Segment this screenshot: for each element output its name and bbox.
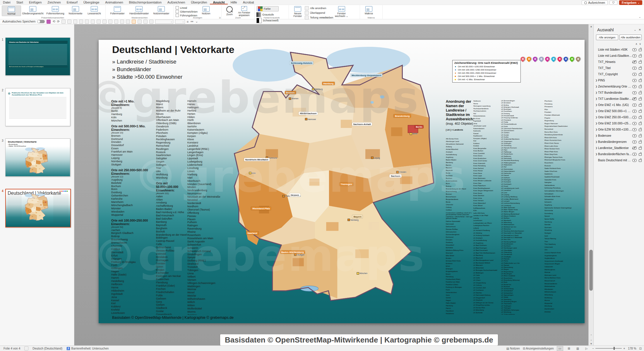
unlock-icon[interactable] — [639, 73, 642, 76]
color-button[interactable]: Farbe — [256, 6, 279, 11]
notes-toggle-icon[interactable]: ▤ Notizen — [506, 347, 520, 350]
layer-row[interactable]: ❯Bundesländergrenzen — [594, 139, 644, 145]
fit-slide-icon[interactable]: ⊡ — [639, 347, 642, 350]
visibility-eye-icon[interactable] — [632, 110, 637, 113]
accessibility-status[interactable]: Barrierefreiheit: Untersuchen — [71, 347, 109, 350]
visibility-eye-icon[interactable] — [632, 67, 637, 70]
thumbnail-4-selected[interactable]: 4 Deutschland | Vektorkarte — [5, 189, 70, 227]
ribbon-tab[interactable]: Datei — [0, 0, 13, 4]
outline-view-button[interactable]: Gliederungsansicht — [21, 6, 44, 16]
dialog-launcher-icon[interactable]: ⇲ — [219, 16, 221, 19]
visibility-eye-icon[interactable] — [632, 128, 637, 131]
chevron-down-icon[interactable]: ⌄ — [634, 28, 636, 31]
show-all-button[interactable]: Alle anzeigen — [596, 35, 618, 40]
reading-view-button[interactable]: Leseansicht — [85, 6, 104, 16]
save-icon[interactable] — [47, 20, 51, 24]
ruler-checkbox[interactable]: Lineal — [176, 6, 198, 9]
unlock-icon[interactable] — [639, 123, 642, 125]
close-icon[interactable]: ✕ — [639, 28, 641, 31]
comments-button[interactable]: 🗩 — [609, 1, 617, 5]
align-icon[interactable] — [102, 20, 107, 24]
share-button[interactable]: Freigeben⌄ — [619, 0, 642, 5]
ribbon-tab[interactable]: Entwurf — [64, 0, 80, 4]
visibility-eye-icon[interactable] — [632, 48, 637, 51]
layer-row[interactable]: ❯Orte EWZ 100.000-<250.000 — [594, 120, 644, 126]
layer-row[interactable]: ❯TXT Landkreise-Stadtkreise — [594, 96, 644, 102]
move-up-icon[interactable]: ∧ — [636, 42, 638, 45]
move-down-icon[interactable]: ∨ — [639, 42, 641, 45]
zoom-in-icon[interactable]: + — [623, 347, 625, 350]
visibility-eye-icon[interactable] — [632, 73, 637, 76]
format-painter-icon[interactable] — [73, 20, 77, 24]
vertical-scrollbar[interactable]: ▲ ⌃ ⌄ ▼ — [588, 24, 594, 346]
ribbon-tab[interactable]: Übergänge — [80, 0, 102, 4]
scrollbar-thumb[interactable] — [589, 250, 593, 291]
unlock-icon[interactable] — [639, 98, 642, 100]
thumbnail-2[interactable]: 2 ⚙ Praktische ShortCuts für das Verwalt… — [5, 88, 70, 126]
layer-row[interactable]: TXT_Titel — [594, 65, 644, 71]
autosave-toggle[interactable] — [37, 20, 45, 23]
ribbon-tab[interactable]: Aufzeichnen — [165, 0, 188, 4]
unlock-icon[interactable] — [639, 117, 642, 119]
group-icon[interactable] — [138, 20, 142, 24]
reading-view-icon[interactable]: ▥ — [575, 346, 581, 351]
ribbon-tab[interactable]: Ansicht — [210, 0, 227, 4]
selection-pane-icon[interactable] — [132, 20, 136, 24]
gridlines-checkbox[interactable]: Gitternetzlinien — [176, 10, 198, 13]
ribbon-tab[interactable]: Bildschirmpräsentation — [126, 0, 165, 4]
unlock-icon[interactable] — [639, 49, 642, 51]
font-size-select[interactable]: ⌄ — [175, 20, 185, 24]
unlock-icon[interactable] — [639, 153, 642, 156]
visibility-eye-icon[interactable] — [632, 54, 637, 57]
font-name-select[interactable]: ⌄ — [155, 20, 173, 24]
visibility-eye-off-icon[interactable] — [632, 97, 637, 100]
record-button[interactable]: Aufzeichnen — [582, 0, 608, 5]
layer-row[interactable]: Basis Deutschland mit Hohe... — [594, 157, 644, 163]
ribbon-tab[interactable]: Acrobat — [240, 0, 257, 4]
layer-row[interactable]: ❯PINS — [594, 77, 644, 83]
zoom-button[interactable]: Zoom — [223, 6, 236, 16]
layer-row[interactable]: ❯TXT Bundesländer — [594, 90, 644, 96]
visibility-eye-icon[interactable] — [632, 116, 637, 119]
layer-row[interactable]: TXT_Hinweis — [594, 59, 644, 65]
text-outline-icon[interactable] — [97, 20, 101, 24]
visibility-eye-off-icon[interactable] — [632, 147, 637, 150]
thumbnail-3[interactable]: 3 Deutschland | Vektorkarte • Bundesländ… — [5, 138, 70, 177]
ungroup-icon[interactable] — [143, 20, 148, 24]
paste-icon[interactable] — [67, 20, 71, 24]
scroll-up-icon[interactable]: ▲ — [589, 24, 594, 28]
visibility-eye-icon[interactable] — [632, 91, 637, 94]
unlock-icon[interactable] — [639, 86, 642, 88]
visibility-eye-icon[interactable] — [632, 104, 637, 107]
slide-sorter-button[interactable]: Foliensortierung — [44, 6, 66, 16]
visibility-eye-icon[interactable] — [632, 122, 637, 125]
ribbon-tab[interactable]: Start — [13, 0, 26, 4]
visibility-eye-icon[interactable] — [632, 159, 637, 162]
slideshow-icon[interactable]: ▷ — [584, 346, 590, 351]
slide[interactable]: ©grebemaps ©grebemaps ©grebemaps Deutsch… — [99, 40, 585, 323]
visibility-eye-icon[interactable] — [632, 153, 637, 156]
unlock-icon[interactable] — [639, 135, 642, 137]
previous-slide-icon[interactable]: ⌃ — [589, 333, 594, 338]
macros-button[interactable]: Makros — [362, 6, 376, 16]
text-box-icon[interactable] — [126, 20, 130, 24]
layer-row[interactable]: Liste mit Land-/Stadtkreisen — [594, 53, 644, 59]
visibility-eye-icon[interactable] — [632, 134, 637, 137]
layer-row[interactable]: ❯Orte EWZ 250.00-<500.000 ... — [594, 114, 644, 120]
normal-view-button[interactable]: Normal — [2, 6, 21, 16]
unlock-icon[interactable] — [639, 110, 642, 113]
qat-overflow-icon[interactable]: ⌄ — [195, 20, 198, 23]
layer-row[interactable]: ❯Landkreise_Stadtkreise — [594, 145, 644, 151]
visibility-eye-off-icon[interactable] — [632, 61, 637, 64]
unlock-icon[interactable] — [639, 92, 642, 94]
slide-sorter-icon[interactable]: ⊞ — [566, 346, 572, 351]
layer-row[interactable]: Liste mit Städten >50K — [594, 47, 644, 53]
layer-row[interactable]: ❯Zeichenerklärung Orte nach... — [594, 83, 644, 90]
visibility-eye-icon[interactable] — [632, 85, 637, 88]
zoom-out-icon[interactable]: − — [592, 347, 594, 350]
find-icon[interactable] — [108, 20, 112, 24]
layer-row[interactable]: ❯Orte EWZ 500.000-<1 Mio. (... — [594, 108, 644, 114]
spelling-icon[interactable] — [120, 20, 124, 24]
thumbnail-1[interactable]: 1 Hinweise zum Bearbeiten der Vektorkart… — [5, 37, 70, 76]
editing-canvas[interactable]: ©grebemaps ©grebemaps ©grebemaps Deutsch… — [74, 24, 594, 346]
